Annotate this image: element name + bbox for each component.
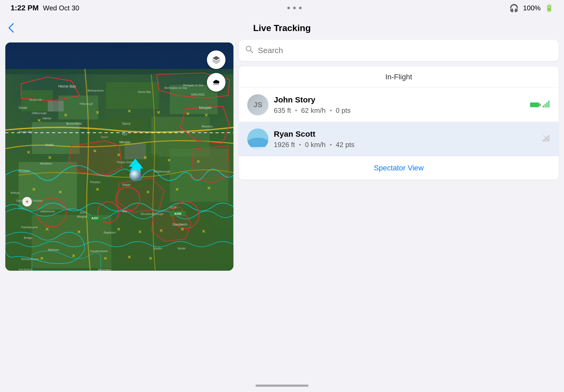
svg-text:Nunns Bay: Nunns Bay [138,91,151,93]
stat-dot [330,144,332,145]
back-button[interactable] [8,23,14,33]
svg-text:✕: ✕ [202,229,206,234]
svg-text:A258: A258 [174,212,181,215]
svg-text:Swalecliffe: Swalecliffe [19,130,32,133]
search-container [239,40,559,61]
svg-rect-4 [106,82,159,109]
svg-text:Herne Bay: Herne Bay [58,84,76,88]
svg-text:Staple: Staple [122,183,130,186]
svg-text:✕: ✕ [207,186,211,191]
status-center-dots [287,7,302,9]
dot-2 [293,7,296,9]
map-container[interactable]: + ✕ ✕ ✕ ✕ ✕ ✕ ✕ ✕ ✕ ✕ ✕ ✕ ✕ ✕ [5,42,233,271]
svg-text:Woodnesborough: Woodnesborough [141,212,164,216]
svg-text:Hoath: Hoath [45,143,54,147]
svg-marker-20 [69,141,122,175]
svg-text:Bishopsbourne: Bishopsbourne [21,258,39,261]
svg-text:✕: ✕ [58,189,62,195]
headphone-icon: 🎧 [509,4,519,12]
svg-rect-119 [543,105,544,107]
svg-point-116 [129,170,141,181]
map-weather-button[interactable]: 🌧 [207,73,225,92]
svg-text:Worth: Worth [178,247,185,250]
svg-text:✕: ✕ [157,110,160,115]
pilot-card-ryan-scott[interactable]: Ryan Scott 1926 ft 0 km/h 42 pts [239,122,559,156]
in-flight-header: In-Flight [239,66,559,88]
battery-icon: 🔋 [545,4,553,12]
status-time: 1:22 PM [11,4,39,12]
svg-text:A257: A257 [92,217,98,220]
battery-percent: 100% [523,4,541,12]
status-right: 🎧 100% 🔋 [509,4,553,12]
svg-text:Broomfield: Broomfield [66,122,81,126]
svg-text:Forwich: Forwich [19,170,30,173]
svg-text:Adisham: Adisham [48,248,59,251]
map-canvas[interactable]: + ✕ ✕ ✕ ✕ ✕ ✕ ✕ ✕ ✕ ✕ ✕ ✕ ✕ ✕ [5,42,233,271]
svg-text:✕: ✕ [159,228,163,233]
svg-text:Bridge: Bridge [24,236,32,239]
altitude-ryan-scott: 1926 ft [274,141,295,149]
svg-text:Littlebourne: Littlebourne [40,210,55,213]
svg-line-118 [250,50,253,53]
svg-text:✕: ✕ [127,255,131,260]
svg-text:✕: ✕ [127,109,131,114]
svg-text:✕: ✕ [146,189,150,195]
pilot-stats-ryan-scott: 1926 ft 0 km/h 42 pts [274,141,537,149]
svg-text:Sarre: Sarre [101,135,108,139]
svg-text:Saint Martin's Hospital: Saint Martin's Hospital [16,199,42,202]
svg-text:✕: ✕ [32,187,36,192]
stat-dot [299,144,301,145]
svg-text:Hillborough: Hillborough [80,102,93,105]
svg-rect-15 [125,143,146,159]
svg-text:A28: A28 [122,133,127,136]
svg-text:Stapleton: Stapleton [103,231,116,234]
svg-text:Westgate on Sea: Westgate on Sea [183,84,203,87]
pilot-avatar-ryan-scott [247,128,268,150]
points-ryan-scott: 42 pts [336,141,355,149]
pilot-icons-john-story [530,100,550,110]
svg-text:✕: ✕ [77,229,81,235]
svg-text:Nonington: Nonington [98,268,111,271]
main-content: + ✕ ✕ ✕ ✕ ✕ ✕ ✕ ✕ ✕ ✕ ✕ ✕ ✕ ✕ [0,40,564,392]
in-flight-section: In-Flight JS John Story 635 ft 62 km/h 0… [239,66,559,180]
svg-text:Studd Hill: Studd Hill [29,98,42,101]
signal-icon-john-story [542,100,550,110]
svg-text:✕: ✕ [167,158,171,163]
svg-text:Sturry: Sturry [122,122,131,126]
pilot-name-john-story: John Story [274,95,525,104]
svg-text:✕: ✕ [96,187,99,192]
svg-text:Bishopstone: Bishopstone [88,89,104,92]
svg-text:Birchington on Sea: Birchington on Sea [164,87,187,89]
svg-text:Goodnestone: Goodnestone [90,249,108,253]
svg-text:✕: ✕ [204,113,208,118]
dot-1 [287,7,290,9]
svg-text:Swale: Swale [19,106,27,110]
signal-icon-ryan-scott [542,134,550,144]
map-overlay-svg: + ✕ ✕ ✕ ✕ ✕ ✕ ✕ ✕ ✕ ✕ ✕ ✕ ✕ ✕ [5,42,233,271]
map-layers-button[interactable] [207,50,225,69]
svg-text:Manston: Manston [202,125,213,128]
svg-text:✕: ✕ [196,159,200,164]
svg-text:Herne: Herne [42,117,51,120]
svg-text:✕: ✕ [37,118,41,123]
svg-text:Margate: Margate [199,106,212,110]
svg-text:Hillborough: Hillborough [32,111,47,115]
search-input[interactable] [258,46,552,55]
svg-text:✕: ✕ [93,148,97,154]
svg-text:✕: ✕ [64,113,68,118]
svg-text:terbury: terbury [11,191,20,194]
svg-text:✕: ✕ [72,253,76,259]
pilot-card-john-story[interactable]: JS John Story 635 ft 62 km/h 0 pts [239,88,559,122]
svg-text:Patrixbourne: Patrixbourne [21,226,38,229]
spectator-view-button[interactable]: Spectator View [239,156,559,180]
avatar-wave [247,138,268,147]
svg-text:✕: ✕ [138,229,142,235]
svg-text:✕: ✕ [96,110,99,115]
app-header: Live Tracking [0,16,564,40]
speed-ryan-scott: 0 km/h [305,141,326,149]
svg-text:✕: ✕ [45,227,49,232]
svg-text:Sandwich: Sandwich [172,222,187,226]
svg-rect-14 [48,101,64,111]
avatar-initials-js: JS [253,101,262,109]
stat-dot [295,110,297,111]
